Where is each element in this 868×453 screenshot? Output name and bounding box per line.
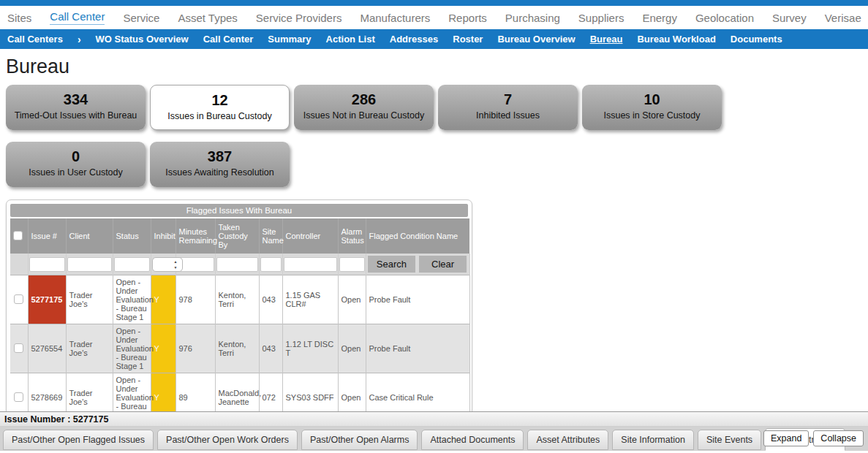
card-label: Issues Awaiting Resolution [150, 167, 290, 178]
subnav-item-action-list[interactable]: Action List [326, 34, 375, 45]
column-header-minutes-remaining[interactable]: Minutes Remaining [176, 218, 215, 254]
column-header-taken-custody-by[interactable]: Taken Custody By [215, 218, 259, 254]
nav-item-manufacturers[interactable]: Manufacturers [360, 12, 430, 24]
column-header-site-name[interactable]: Site Name [259, 218, 282, 254]
panel-title: Flagged Issues With Bureau [10, 204, 468, 217]
card-count: 286 [294, 91, 434, 108]
inhibit-filter-select[interactable]: ▲▼ [152, 257, 183, 272]
column-header-status[interactable]: Status [113, 218, 151, 254]
tab-attached-documents[interactable]: Attached Documents [421, 430, 524, 450]
cell-issue: 5276554 [28, 324, 66, 373]
subnav-item-wo-status-overview[interactable]: WO Status Overview [96, 34, 189, 45]
nav-item-service-providers[interactable]: Service Providers [256, 12, 342, 24]
table-filter-row: ▲▼ Search Clear [10, 254, 469, 275]
tab-past-other-open-flagged-issues[interactable]: Past/Other Open Flagged Issues [3, 430, 154, 450]
flagged-issues-table: Issue #ClientStatusInhibitMinutes Remain… [10, 218, 470, 431]
cell-inhibit: Y [151, 324, 176, 373]
filter-custody-input[interactable] [216, 257, 258, 272]
summary-card-issues-not-in-bureau-custody[interactable]: 286Issues Not in Bureau Custody [294, 85, 434, 130]
row-checkbox[interactable] [14, 343, 23, 353]
filter-client-input[interactable] [67, 257, 112, 272]
cell-flagged: Probe Fault [366, 324, 469, 373]
filter-alarm-input[interactable] [339, 257, 365, 272]
subnav-item-bureau-overview[interactable]: Bureau Overview [497, 34, 575, 45]
clear-button[interactable]: Clear [419, 256, 467, 273]
cell-inhibit: Y [151, 275, 176, 324]
cell-status: Open - Under Evaluation - Bureau Stage 1 [113, 275, 151, 324]
cell-site: 043 [259, 324, 282, 373]
nav-item-service[interactable]: Service [123, 12, 159, 24]
subnav-item-call-center[interactable]: Call Center [203, 34, 254, 45]
cell-status: Open - Under Evaluation - Bureau Stage 1 [113, 324, 151, 373]
table-row: 5277175Trader Joe'sOpen - Under Evaluati… [10, 275, 469, 324]
nav-item-reports[interactable]: Reports [448, 12, 487, 24]
nav-item-geolocation[interactable]: Geolocation [695, 12, 754, 24]
filter-status-input[interactable] [114, 257, 150, 272]
tab-past-other-open-work-orders[interactable]: Past/Other Open Work Orders [157, 430, 298, 450]
column-header-controller[interactable]: Controller [282, 218, 338, 254]
summary-card-inhibited-issues[interactable]: 7Inhibited Issues [438, 85, 578, 130]
subnav-item-bureau-workload[interactable]: Bureau Workload [637, 34, 715, 45]
filter-controller-input[interactable] [284, 257, 337, 272]
tab-asset-attributes[interactable]: Asset Attributes [527, 430, 608, 450]
nav-item-survey[interactable]: Survey [772, 12, 807, 24]
flagged-issues-panel: Flagged Issues With Bureau Issue #Client… [6, 199, 472, 435]
expand-button[interactable]: Expand [763, 430, 809, 446]
nav-item-energy[interactable]: Energy [642, 12, 677, 24]
summary-cards: 334Timed-Out Issues with Bureau12Issues … [6, 85, 868, 199]
subnav-item-call-centers[interactable]: Call Centers [7, 34, 63, 45]
column-header-issue-[interactable]: Issue # [28, 218, 66, 254]
summary-card-timed-out-issues-with-bureau[interactable]: 334Timed-Out Issues with Bureau [6, 85, 146, 130]
card-label: Inhibited Issues [438, 110, 578, 121]
card-count: 12 [151, 91, 289, 109]
summary-card-issues-awaiting-resolution[interactable]: 387Issues Awaiting Resolution [150, 142, 290, 187]
tab-site-events[interactable]: Site Events [698, 430, 761, 450]
table-row: 5276554Trader Joe'sOpen - Under Evaluati… [10, 324, 469, 373]
card-label: Timed-Out Issues with Bureau [6, 110, 146, 121]
search-button[interactable]: Search [368, 256, 416, 273]
filter-site-input[interactable] [260, 257, 282, 272]
card-count: 334 [6, 91, 146, 108]
summary-card-issues-in-user-custody[interactable]: 0Issues in User Custody [6, 142, 146, 187]
tab-past-other-open-alarms[interactable]: Past/Other Open Alarms [301, 430, 418, 450]
card-label: Issues in User Custody [6, 167, 146, 178]
nav-item-asset-types[interactable]: Asset Types [178, 12, 237, 24]
cell-minutes: 978 [176, 275, 215, 324]
summary-card-issues-in-bureau-custody[interactable]: 12Issues in Bureau Custody [150, 85, 290, 130]
issue-number-bar: Issue Number : 5277175 [0, 411, 868, 427]
cell-alarm: Open [338, 275, 366, 324]
nav-item-purchasing[interactable]: Purchasing [505, 12, 560, 24]
column-header-client[interactable]: Client [66, 218, 113, 254]
tab-site-information[interactable]: Site Information [612, 430, 694, 450]
cell-client: Trader Joe's [66, 324, 113, 373]
card-label: Issues in Bureau Custody [151, 111, 289, 121]
select-all-checkbox[interactable] [13, 231, 23, 240]
subnav-item-documents[interactable]: Documents [731, 34, 782, 45]
subnav-item-bureau[interactable]: Bureau [590, 34, 623, 45]
card-count: 0 [6, 148, 146, 165]
nav-item-sites[interactable]: Sites [7, 12, 31, 24]
filter-issue-input[interactable] [29, 257, 65, 272]
row-checkbox[interactable] [14, 294, 23, 304]
subnav-item-summary[interactable]: Summary [268, 34, 311, 45]
cell-custody: Kenton, Terri [215, 275, 259, 324]
cell-controller: 1.15 GAS CLR# [282, 275, 338, 324]
summary-card-issues-in-store-custody[interactable]: 10Issues in Store Custody [582, 85, 722, 130]
column-header-alarm-status[interactable]: Alarm Status [338, 218, 366, 254]
collapse-button[interactable]: Collapse [813, 430, 864, 446]
primary-nav: SitesCall CenterServiceAsset TypesServic… [0, 6, 868, 29]
cell-minutes: 976 [176, 324, 215, 373]
subnav-item-roster[interactable]: Roster [453, 34, 483, 45]
subnav-item-addresses[interactable]: Addresses [390, 34, 438, 45]
nav-item-suppliers[interactable]: Suppliers [578, 12, 624, 24]
column-header-flagged-condition-name[interactable]: Flagged Condition Name [366, 218, 469, 254]
table-header-row: Issue #ClientStatusInhibitMinutes Remain… [10, 218, 469, 254]
column-header-inhibit[interactable]: Inhibit [151, 218, 176, 254]
nav-item-call-center[interactable]: Call Center [50, 10, 105, 25]
cell-alarm: Open [338, 324, 366, 373]
dock-actions: Expand Collapse [763, 430, 864, 446]
row-checkbox[interactable] [14, 392, 23, 402]
page-title: Bureau [6, 56, 868, 78]
breadcrumb-chevron-icon: › [78, 34, 81, 45]
nav-item-verisae[interactable]: Verisae [825, 12, 861, 24]
